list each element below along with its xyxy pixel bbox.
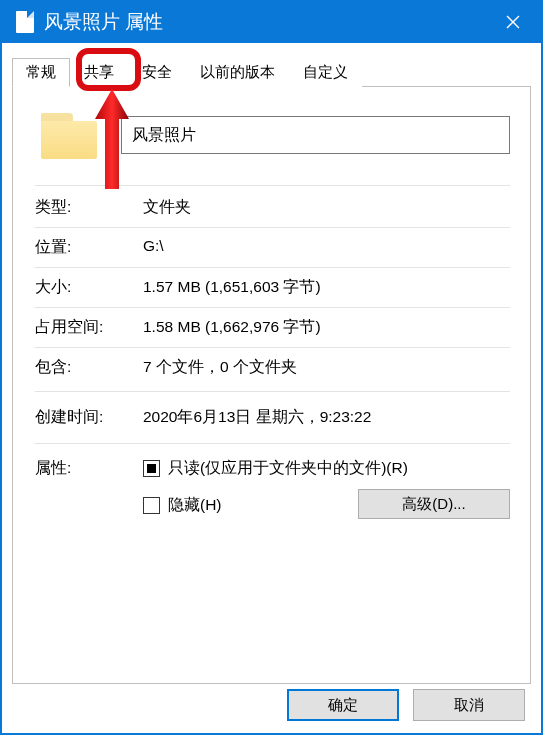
readonly-label: 只读(仅应用于文件夹中的文件)(R)	[168, 458, 408, 479]
tab-security[interactable]: 安全	[128, 58, 186, 87]
row-type: 类型: 文件夹	[35, 188, 510, 227]
tab-panel-general: 类型: 文件夹 位置: G:\ 大小: 1.57 MB (1,651,603 字…	[12, 86, 531, 684]
dialog-button-row: 确定 取消	[287, 689, 525, 721]
window-title: 风景照片 属性	[44, 9, 491, 35]
row-created: 创建时间: 2020年6月13日 星期六，9:23:22	[35, 398, 510, 437]
tab-bar: 常规 共享 安全 以前的版本 自定义	[12, 57, 531, 86]
close-icon	[506, 15, 520, 29]
row-size: 大小: 1.57 MB (1,651,603 字节)	[35, 267, 510, 307]
row-contains: 包含: 7 个文件，0 个文件夹	[35, 347, 510, 387]
row-size-on-disk: 占用空间: 1.58 MB (1,662,976 字节)	[35, 307, 510, 347]
location-value: G:\	[143, 237, 510, 258]
contains-label: 包含:	[35, 357, 143, 378]
hidden-label: 隐藏(H)	[168, 495, 222, 516]
hidden-checkbox-row: 隐藏(H) 高级(D)...	[143, 491, 510, 519]
hidden-checkbox[interactable]	[143, 497, 160, 514]
created-label: 创建时间:	[35, 407, 143, 428]
attributes-label: 属性:	[35, 458, 143, 519]
sizeondisk-label: 占用空间:	[35, 317, 143, 338]
document-icon	[16, 11, 34, 33]
readonly-checkbox[interactable]	[143, 460, 160, 477]
readonly-checkbox-row: 只读(仅应用于文件夹中的文件)(R)	[143, 458, 510, 479]
folder-icon	[41, 111, 99, 159]
tab-previous-versions[interactable]: 以前的版本	[186, 58, 289, 87]
type-label: 类型:	[35, 197, 143, 218]
cancel-button[interactable]: 取消	[413, 689, 525, 721]
created-value: 2020年6月13日 星期六，9:23:22	[143, 407, 510, 428]
tab-sharing[interactable]: 共享	[70, 58, 128, 87]
contains-value: 7 个文件，0 个文件夹	[143, 357, 510, 378]
type-value: 文件夹	[143, 197, 510, 218]
sizeondisk-value: 1.58 MB (1,662,976 字节)	[143, 317, 510, 338]
folder-name-input[interactable]	[121, 116, 510, 154]
advanced-button[interactable]: 高级(D)...	[358, 489, 510, 519]
ok-button[interactable]: 确定	[287, 689, 399, 721]
attributes-block: 属性: 只读(仅应用于文件夹中的文件)(R) 隐藏(H) 高级(D)...	[35, 448, 510, 519]
row-location: 位置: G:\	[35, 227, 510, 267]
size-value: 1.57 MB (1,651,603 字节)	[143, 277, 510, 298]
location-label: 位置:	[35, 237, 143, 258]
close-button[interactable]	[491, 2, 535, 41]
size-label: 大小:	[35, 277, 143, 298]
title-bar[interactable]: 风景照片 属性	[0, 0, 543, 43]
dialog-frame: 常规 共享 安全 以前的版本 自定义 类型: 文件夹 位置: G:\	[0, 43, 543, 735]
tab-customize[interactable]: 自定义	[289, 58, 362, 87]
tab-general[interactable]: 常规	[12, 58, 70, 87]
